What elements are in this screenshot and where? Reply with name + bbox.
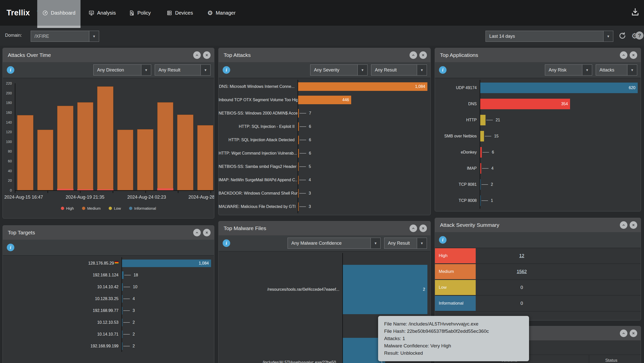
bar[interactable] bbox=[480, 163, 481, 174]
domain-dropdown[interactable]: /XFIRE ▼ bbox=[31, 31, 99, 42]
time-range-dropdown[interactable]: Last 14 days ▼ bbox=[486, 31, 613, 42]
attack-bar[interactable] bbox=[17, 115, 33, 190]
severity-count-link[interactable]: 12 bbox=[495, 248, 548, 263]
trellix-logo[interactable]: Trellix bbox=[7, 0, 30, 26]
close-icon[interactable] bbox=[630, 51, 637, 59]
attack-bar[interactable] bbox=[57, 106, 73, 190]
info-icon[interactable]: i bbox=[223, 66, 230, 74]
bar-row[interactable]: HTTP: Wget Command Injection Vulnerab...… bbox=[219, 147, 427, 160]
close-icon[interactable] bbox=[203, 51, 211, 59]
attack-bar[interactable] bbox=[77, 102, 94, 190]
result-filter-dropdown[interactable]: Any Result ▼ bbox=[155, 64, 211, 76]
bar-row[interactable]: 10.128.33.254 bbox=[3, 293, 211, 305]
bar[interactable]: 620 bbox=[480, 83, 638, 93]
risk-filter-dropdown[interactable]: Any Risk ▼ bbox=[545, 64, 592, 76]
collapse-icon[interactable] bbox=[620, 330, 627, 337]
bar[interactable] bbox=[122, 295, 123, 303]
collapse-icon[interactable] bbox=[620, 51, 627, 59]
bar-row[interactable]: /resources/tools.rar/0ef4ccede47eaeef...… bbox=[219, 253, 427, 326]
bar[interactable]: 1,084 bbox=[298, 82, 427, 91]
bar[interactable] bbox=[298, 149, 299, 158]
malware-confidence-filter-dropdown[interactable]: Any Malware Confidence ▼ bbox=[288, 238, 381, 249]
close-icon[interactable] bbox=[630, 221, 637, 229]
bar[interactable] bbox=[480, 115, 486, 125]
bar-row[interactable]: UDP 49174620 bbox=[435, 80, 638, 96]
bar-row[interactable]: NETBIOS-SS: Windows 2000 ADMIN$ Access7 bbox=[219, 106, 427, 120]
bar-row[interactable]: IMAP: NetWin SurgeMail IMAPd Append C...… bbox=[219, 173, 427, 187]
bar[interactable] bbox=[298, 202, 299, 211]
bar[interactable] bbox=[122, 342, 123, 350]
bar-row[interactable]: 10.14.10.712 bbox=[3, 328, 211, 340]
bar-row[interactable]: NETBIOS-SS: Samba smbd Flags2 Header ...… bbox=[219, 160, 427, 173]
tab-policy[interactable]: Policy bbox=[124, 0, 156, 26]
bar-row[interactable]: TCP 80812 bbox=[435, 176, 638, 193]
collapse-icon[interactable] bbox=[410, 225, 417, 232]
tab-devices[interactable]: Devices bbox=[162, 0, 198, 26]
bar-row[interactable]: Inbound TCP OTX Segment Volume Too High4… bbox=[219, 93, 427, 106]
attack-bar[interactable] bbox=[157, 102, 174, 190]
result-filter-dropdown[interactable]: Any Result ▼ bbox=[371, 64, 427, 76]
bar[interactable] bbox=[298, 176, 299, 184]
bar-row[interactable]: DNS354 bbox=[435, 96, 638, 112]
tab-analysis[interactable]: Analysis bbox=[84, 0, 121, 26]
close-icon[interactable] bbox=[419, 225, 427, 232]
bar[interactable] bbox=[122, 331, 123, 338]
bar-row[interactable]: 10.12.10.532 bbox=[3, 316, 211, 328]
bar-row[interactable]: HTTP: SQL Injection Attack Detected6 bbox=[219, 133, 427, 147]
bar[interactable] bbox=[480, 179, 481, 190]
bar-row[interactable]: SMB over Netbios15 bbox=[435, 128, 638, 144]
bar-row[interactable]: HTTP: SQL Injection - Exploit II6 bbox=[219, 120, 427, 133]
bar-row[interactable]: eDonkey6 bbox=[435, 144, 638, 160]
bar[interactable] bbox=[298, 162, 299, 171]
bar[interactable] bbox=[298, 189, 299, 198]
bar-row[interactable]: 10.14.10.4210 bbox=[3, 281, 211, 293]
bar-row[interactable]: HTTP21 bbox=[435, 112, 638, 128]
result-filter-dropdown[interactable]: Any Result ▼ bbox=[384, 238, 427, 249]
bar[interactable] bbox=[480, 147, 482, 158]
close-icon[interactable] bbox=[419, 51, 427, 59]
bar-row[interactable]: BACKDOOR: Windows Command Shell Running3 bbox=[219, 187, 427, 200]
bar[interactable]: 1,084 bbox=[122, 260, 211, 267]
close-icon[interactable] bbox=[630, 330, 637, 337]
tab-manager[interactable]: ⚙ Manager bbox=[202, 0, 240, 26]
bar[interactable]: 446 bbox=[298, 96, 351, 104]
info-icon[interactable]: i bbox=[223, 239, 230, 247]
bar[interactable] bbox=[480, 195, 481, 206]
bar[interactable] bbox=[480, 131, 484, 141]
bar-row[interactable]: TCP 80081 bbox=[435, 193, 638, 209]
bar[interactable] bbox=[298, 122, 299, 131]
info-icon[interactable]: i bbox=[7, 244, 14, 251]
bar[interactable] bbox=[122, 307, 123, 314]
help-icon[interactable]: ? bbox=[635, 31, 643, 40]
bar-row[interactable]: 128.176.85.291,084 bbox=[3, 257, 211, 269]
collapse-icon[interactable] bbox=[410, 51, 417, 59]
download-icon[interactable] bbox=[631, 8, 639, 16]
bar[interactable] bbox=[122, 283, 123, 291]
attack-bar[interactable] bbox=[37, 130, 54, 190]
info-icon[interactable]: i bbox=[439, 236, 447, 244]
bar-row[interactable]: MALWARE: Malicious File Detected by GTI3 bbox=[219, 200, 427, 213]
bar-row[interactable]: 192.168.99.1992 bbox=[3, 340, 211, 352]
attack-bar[interactable] bbox=[117, 130, 134, 190]
bar-row[interactable]: IMAP4 bbox=[435, 160, 638, 176]
attack-bar[interactable] bbox=[177, 115, 193, 190]
metric-filter-dropdown[interactable]: Attacks ▼ bbox=[596, 64, 637, 76]
info-icon[interactable]: i bbox=[7, 66, 14, 74]
bar[interactable] bbox=[298, 109, 299, 118]
bar[interactable] bbox=[298, 136, 299, 144]
collapse-icon[interactable] bbox=[620, 221, 627, 229]
attack-bar[interactable] bbox=[137, 129, 153, 190]
bar[interactable] bbox=[122, 271, 124, 279]
bar[interactable] bbox=[122, 319, 123, 326]
attack-bar[interactable] bbox=[197, 125, 214, 190]
bar[interactable]: 354 bbox=[480, 99, 570, 109]
attack-bar[interactable] bbox=[97, 86, 113, 190]
collapse-icon[interactable] bbox=[193, 229, 201, 236]
refresh-icon[interactable] bbox=[618, 32, 627, 40]
severity-count-link[interactable]: 1562 bbox=[495, 264, 548, 279]
bar-row[interactable]: 192.168.1.12418 bbox=[3, 269, 211, 281]
info-icon[interactable]: i bbox=[439, 66, 447, 74]
bar-row[interactable]: DNS: Microsoft Windows Internet Conne...… bbox=[219, 80, 427, 93]
collapse-icon[interactable] bbox=[193, 51, 201, 59]
close-icon[interactable] bbox=[203, 229, 211, 236]
